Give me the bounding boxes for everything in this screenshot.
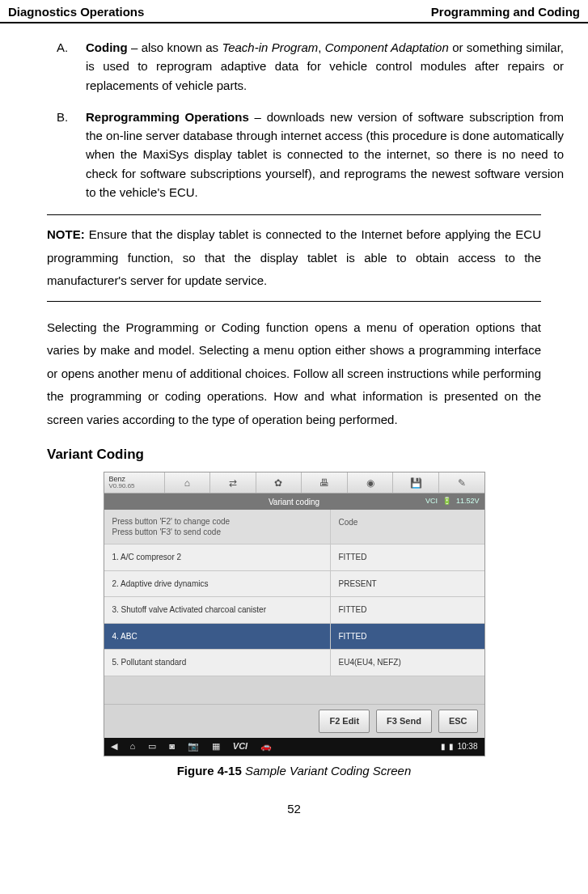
header-left-line1: Press button 'F2' to change code: [112, 516, 322, 527]
settings-icon[interactable]: ✿: [256, 472, 302, 493]
header-left: Diagnostics Operations: [8, 5, 144, 19]
table-header: Press button 'F2' to change code Press b…: [104, 510, 484, 544]
vci-label: VCI: [425, 496, 438, 507]
f2-edit-button[interactable]: F2 Edit: [319, 710, 370, 733]
back-icon[interactable]: ◀: [111, 739, 117, 753]
clock-time: 10:38: [457, 740, 477, 753]
paragraph-1: Selecting the Programming or Coding func…: [47, 316, 541, 432]
page-number: 52: [24, 799, 564, 818]
list-body-a: Coding – also known as Teach-in Program,…: [86, 38, 564, 95]
vehicle-name: Benz: [109, 475, 126, 483]
screenshot-titlebar: Variant coding VCI 🔋 11.52V: [104, 494, 484, 510]
note-label: NOTE:: [47, 227, 85, 241]
page-header: Diagnostics Operations Programming and C…: [0, 0, 588, 23]
apps-icon[interactable]: ▦: [212, 739, 220, 753]
table-spacer: [104, 676, 484, 704]
table-header-left: Press button 'F2' to change code Press b…: [104, 510, 331, 544]
list-marker-a: A.: [57, 38, 86, 95]
clock: ▮ ▮ 10:38: [441, 740, 477, 753]
header-right: Programming and Coding: [431, 5, 580, 19]
camera-icon[interactable]: 📷: [188, 739, 199, 753]
screenshot-toolbar: Benz V0.90.65 ⌂ ⇄ ✿ 🖶 ◉ 💾 ✎: [104, 472, 484, 494]
coding-title: Coding: [86, 40, 128, 54]
battery-icon: 🔋: [442, 496, 451, 507]
row-label: 4. ABC: [104, 624, 331, 650]
row-value: FITTED: [331, 544, 484, 570]
page-content: A. Coding – also known as Teach-in Progr…: [0, 23, 588, 818]
table-row[interactable]: 1. A/C compresor 2 FITTED: [104, 544, 484, 571]
reprog-title: Reprogramming Operations: [86, 110, 249, 124]
coding-em1: Teach-in Program: [222, 40, 318, 54]
coding-dash: – also known as: [128, 40, 222, 54]
home-icon[interactable]: ⌂: [164, 472, 210, 493]
row-value: PRESENT: [331, 571, 484, 597]
row-value: FITTED: [331, 597, 484, 623]
android-navbar: ◀ ⌂ ▭ ◙ 📷 ▦ VCI 🚗 ▮ ▮ 10:38: [104, 738, 484, 756]
row-value: FITTED: [331, 624, 484, 650]
table-row-selected[interactable]: 4. ABC FITTED: [104, 624, 484, 650]
table-row[interactable]: 2. Adaptive drive dynamics PRESENT: [104, 571, 484, 598]
list-body-b: Reprogramming Operations – downloads new…: [86, 108, 564, 201]
header-left-line2: Press button 'F3' to send code: [112, 527, 322, 537]
table-row[interactable]: 5. Pollutant standard EU4(EU4, NEFZ): [104, 650, 484, 676]
table-header-right: Code: [331, 510, 484, 544]
row-label: 1. A/C compresor 2: [104, 544, 331, 570]
row-label: 2. Adaptive drive dynamics: [104, 571, 331, 597]
row-value: EU4(EU4, NEFZ): [331, 650, 484, 676]
screenshot: Benz V0.90.65 ⌂ ⇄ ✿ 🖶 ◉ 💾 ✎ Variant codi…: [104, 472, 485, 756]
note-block: NOTE: Ensure that the display tablet is …: [47, 214, 541, 302]
figure-4-15: Benz V0.90.65 ⌂ ⇄ ✿ 🖶 ◉ 💾 ✎ Variant codi…: [104, 472, 485, 780]
battery-nav-icon: ▮: [449, 740, 454, 753]
table-row[interactable]: 3. Shutoff valve Activated charcoal cani…: [104, 597, 484, 624]
vehicle-version: V0.90.65: [109, 483, 159, 490]
screenshot-footer: F2 Edit F3 Send ESC: [104, 704, 484, 738]
help-icon[interactable]: ◉: [347, 472, 393, 493]
figure-number: Figure 4-15: [177, 764, 242, 777]
f3-send-button[interactable]: F3 Send: [376, 710, 432, 733]
signal-icon: ▮: [441, 740, 446, 753]
variant-coding-heading: Variant Coding: [47, 444, 541, 465]
titlebar-status: VCI 🔋 11.52V: [425, 496, 484, 507]
vehicle-info: Benz V0.90.65: [104, 474, 164, 493]
vci-nav-icon[interactable]: VCI: [233, 739, 247, 753]
coding-comma: ,: [318, 40, 325, 54]
figure-title: Sample Variant Coding Screen: [242, 764, 412, 777]
list-marker-b: B.: [57, 108, 86, 201]
car-icon[interactable]: 🚗: [260, 739, 272, 753]
edit-icon[interactable]: ✎: [438, 472, 484, 493]
print-icon[interactable]: 🖶: [301, 472, 347, 493]
swap-icon[interactable]: ⇄: [209, 472, 256, 493]
row-label: 3. Shutoff valve Activated charcoal cani…: [104, 597, 331, 623]
list-item-b: B. Reprogramming Operations – downloads …: [57, 108, 564, 201]
save-icon[interactable]: 💾: [392, 472, 438, 493]
recent-icon[interactable]: ▭: [148, 739, 156, 753]
list-item-a: A. Coding – also known as Teach-in Progr…: [57, 38, 564, 95]
coding-em2: Component Adaptation: [325, 40, 449, 54]
battery-voltage: 11.52V: [456, 496, 480, 507]
esc-button[interactable]: ESC: [438, 710, 478, 733]
row-label: 5. Pollutant standard: [104, 650, 331, 676]
nav-home-icon[interactable]: ⌂: [130, 739, 136, 753]
figure-caption: Figure 4-15 Sample Variant Coding Screen: [104, 761, 485, 780]
screenshot-icon[interactable]: ◙: [169, 739, 175, 753]
note-text: Ensure that the display tablet is connec…: [47, 227, 541, 287]
